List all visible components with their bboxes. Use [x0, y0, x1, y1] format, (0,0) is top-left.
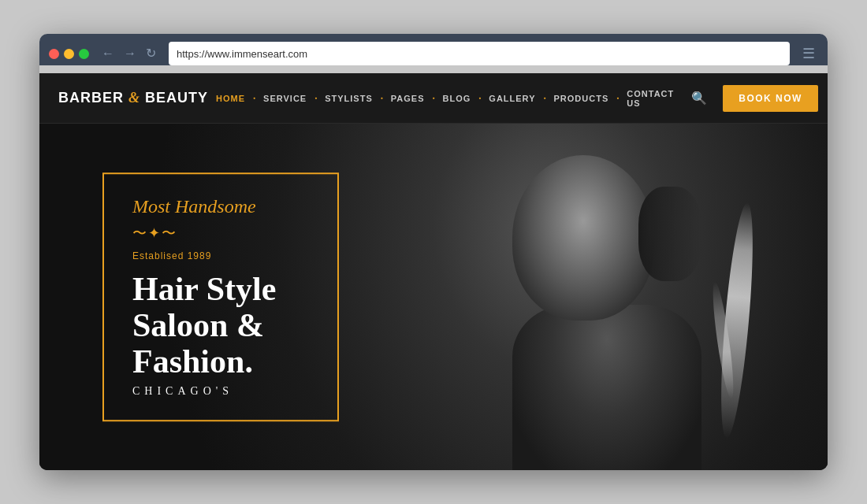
- hero-section: Most Handsome 〜✦〜 Establised 1989 Hair S…: [39, 124, 828, 470]
- brand-ampersand: &: [128, 90, 140, 106]
- nav-link-gallery[interactable]: GALLERY: [481, 94, 543, 103]
- browser-chrome: ← → ↻ ☰: [39, 34, 828, 65]
- nav-item-products[interactable]: PRODUCTS: [546, 94, 617, 103]
- traffic-light-green[interactable]: [79, 49, 89, 59]
- hero-content-box: Most Handsome 〜✦〜 Establised 1989 Hair S…: [102, 172, 339, 421]
- navbar: BARBER & BEAUTY HOME ● SERVICE ● STYLIST…: [39, 73, 828, 124]
- nav-item-stylists[interactable]: STYLISTS: [317, 94, 381, 103]
- traffic-lights: [49, 49, 89, 59]
- nav-link-pages[interactable]: PAGES: [383, 94, 433, 103]
- browser-window: ← → ↻ ☰ BARBER & BEAUTY HOME ● SER: [39, 34, 828, 470]
- nav-links: HOME ● SERVICE ● STYLISTS ● PAGES ● BLOG: [208, 89, 716, 108]
- hero-established: Establised 1989: [132, 250, 309, 261]
- hero-title-line2: Saloon & Fashion.: [132, 307, 264, 380]
- hero-title-line1: Hair Style: [132, 271, 276, 307]
- nav-link-contact[interactable]: CONTACT US: [619, 89, 682, 108]
- nav-link-service[interactable]: SERVICE: [255, 94, 314, 103]
- nav-link-blog[interactable]: BLOG: [435, 94, 479, 103]
- hero-ornament: 〜✦〜: [132, 224, 309, 243]
- person-head: [512, 155, 654, 321]
- refresh-button[interactable]: ↻: [143, 46, 159, 61]
- nav-item-home[interactable]: HOME: [208, 94, 253, 103]
- browser-titlebar: ← → ↻ ☰: [49, 42, 818, 65]
- brand-name-before: BARBER: [58, 90, 128, 106]
- hero-title: Hair Style Saloon & Fashion.: [132, 271, 309, 380]
- nav-item-contact[interactable]: CONTACT US: [619, 89, 682, 108]
- nav-item-pages[interactable]: PAGES: [383, 94, 433, 103]
- nav-link-products[interactable]: PRODUCTS: [546, 94, 617, 103]
- hero-subtitle: CHICAGO'S: [132, 385, 309, 398]
- traffic-light-red[interactable]: [49, 49, 59, 59]
- back-button[interactable]: ←: [99, 46, 117, 61]
- search-icon[interactable]: 🔍: [682, 91, 716, 106]
- browser-menu-button[interactable]: ☰: [799, 45, 818, 62]
- nav-item-service[interactable]: SERVICE: [255, 94, 314, 103]
- nav-item-gallery[interactable]: GALLERY: [481, 94, 543, 103]
- nav-link-home[interactable]: HOME: [208, 94, 253, 103]
- person-face-shadow: [638, 187, 701, 281]
- hero-script-text: Most Handsome: [132, 196, 309, 217]
- traffic-light-yellow[interactable]: [64, 49, 74, 59]
- browser-nav-buttons: ← → ↻: [99, 46, 159, 61]
- person-body: [512, 305, 701, 470]
- address-bar[interactable]: [177, 48, 782, 60]
- nav-link-stylists[interactable]: STYLISTS: [317, 94, 381, 103]
- nav-item-blog[interactable]: BLOG: [435, 94, 479, 103]
- address-bar-container: [169, 42, 790, 65]
- nav-search-item[interactable]: 🔍: [682, 91, 716, 106]
- brand-logo[interactable]: BARBER & BEAUTY: [58, 90, 208, 106]
- book-now-button[interactable]: BOOK NOW: [723, 85, 818, 112]
- website: BARBER & BEAUTY HOME ● SERVICE ● STYLIST…: [39, 73, 828, 470]
- forward-button[interactable]: →: [121, 46, 140, 61]
- brand-name-after: BEAUTY: [140, 90, 208, 106]
